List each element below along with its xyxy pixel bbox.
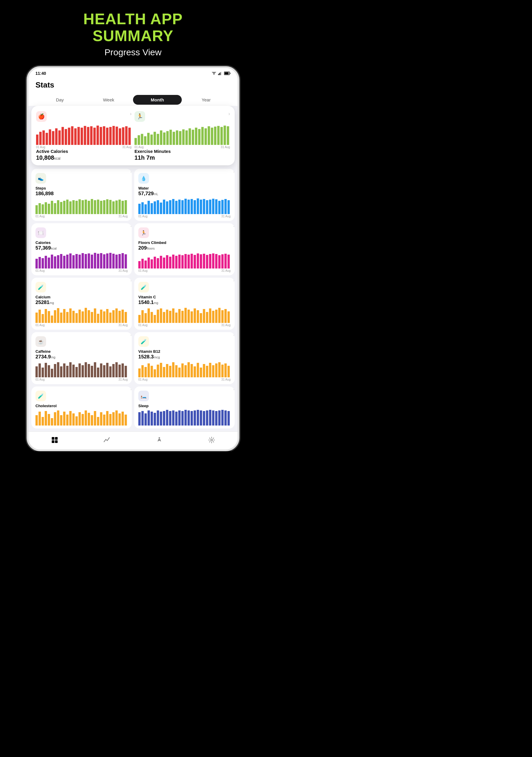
svg-rect-276 xyxy=(119,365,121,377)
svg-rect-30 xyxy=(103,126,105,145)
chevron-right-icon-2: › xyxy=(228,111,230,116)
svg-point-373 xyxy=(159,437,160,439)
svg-rect-54 xyxy=(182,130,185,145)
svg-rect-295 xyxy=(187,362,190,377)
svg-rect-237 xyxy=(193,308,196,323)
phone-content: › 🍎 xyxy=(28,106,238,449)
tab-week[interactable]: Week xyxy=(84,95,133,105)
svg-rect-63 xyxy=(211,128,213,145)
floors-value: 209floors xyxy=(138,245,230,251)
svg-rect-107 xyxy=(163,199,165,214)
svg-rect-247 xyxy=(224,309,227,323)
svg-rect-324 xyxy=(81,414,84,426)
calcium-name: Calcium xyxy=(36,295,128,299)
caffeine-value: 2734.9mg xyxy=(36,354,128,360)
svg-rect-332 xyxy=(106,411,108,426)
calories-card[interactable]: › 🍽️ Calories 57,369kcal xyxy=(31,223,132,275)
svg-rect-136 xyxy=(57,255,59,268)
svg-rect-208 xyxy=(94,308,96,323)
svg-rect-34 xyxy=(116,127,118,145)
nav-trends[interactable] xyxy=(98,435,116,445)
floors-card[interactable]: › 🏃 Floors Climbed 209floors xyxy=(134,223,235,275)
svg-rect-64 xyxy=(214,127,216,145)
svg-rect-372 xyxy=(55,440,58,443)
svg-rect-17 xyxy=(62,127,64,145)
tab-year[interactable]: Year xyxy=(182,95,230,105)
svg-rect-291 xyxy=(175,365,178,377)
svg-rect-303 xyxy=(212,365,215,377)
svg-rect-259 xyxy=(66,366,69,377)
svg-rect-211 xyxy=(103,311,105,323)
svg-rect-160 xyxy=(141,259,144,268)
row-calcium-vitc: › 🧪 Calcium 25281mg xyxy=(31,278,235,330)
svg-rect-108 xyxy=(166,201,168,214)
svg-rect-48 xyxy=(163,133,165,145)
svg-rect-50 xyxy=(169,130,172,145)
water-card[interactable]: › 💧 Water 57,729mL xyxy=(134,169,235,221)
vitaminb12-dates: 01 Aug31 Aug xyxy=(138,378,230,381)
svg-rect-58 xyxy=(195,128,197,145)
svg-rect-127 xyxy=(224,199,227,214)
svg-rect-248 xyxy=(227,311,230,323)
tab-month[interactable]: Month xyxy=(133,95,182,105)
calcium-dates: 01 Aug31 Aug xyxy=(36,323,128,327)
sleep-card[interactable]: › 🛏️ Sleep xyxy=(134,386,235,429)
nav-activity[interactable] xyxy=(150,435,169,445)
active-calories-card[interactable]: › 🍎 xyxy=(36,111,132,161)
vitaminc-dates: 01 Aug31 Aug xyxy=(138,323,230,327)
svg-rect-113 xyxy=(182,200,184,214)
svg-rect-154 xyxy=(112,254,115,268)
vitaminc-icon: 🧪 xyxy=(138,282,149,292)
svg-rect-339 xyxy=(138,412,141,426)
nav-settings[interactable] xyxy=(202,435,221,445)
svg-rect-227 xyxy=(163,312,165,323)
svg-rect-191 xyxy=(42,314,44,323)
svg-rect-228 xyxy=(166,310,168,323)
svg-rect-177 xyxy=(193,255,196,268)
cholesterol-card[interactable]: › 🧪 Cholesterol xyxy=(31,386,132,429)
steps-card[interactable]: › 👟 Steps 186,898 xyxy=(31,169,132,221)
calcium-chart xyxy=(36,307,128,323)
svg-rect-102 xyxy=(147,201,150,214)
svg-rect-138 xyxy=(63,256,66,268)
svg-rect-103 xyxy=(151,203,153,214)
svg-rect-159 xyxy=(138,261,141,268)
svg-rect-90 xyxy=(100,201,102,214)
exercise-minutes-card[interactable]: › 🏃 xyxy=(134,111,230,161)
vitaminc-card[interactable]: › 🧪 Vitamin C 1540.1mg xyxy=(134,278,235,330)
vitaminc-value: 1540.1mg xyxy=(138,300,230,305)
svg-rect-2 xyxy=(218,74,219,75)
svg-rect-173 xyxy=(182,255,184,268)
caffeine-card[interactable]: › ☕ Caffeine 2734.9mg xyxy=(31,332,132,384)
svg-rect-337 xyxy=(122,411,124,426)
svg-rect-139 xyxy=(66,255,69,268)
svg-rect-212 xyxy=(106,309,108,323)
svg-rect-355 xyxy=(187,410,190,426)
svg-rect-316 xyxy=(57,410,59,426)
active-calories-chart xyxy=(36,124,132,145)
svg-rect-153 xyxy=(109,253,112,268)
svg-rect-287 xyxy=(163,367,165,377)
svg-rect-242 xyxy=(209,308,211,323)
svg-rect-235 xyxy=(187,310,190,323)
svg-rect-53 xyxy=(179,131,182,145)
svg-rect-219 xyxy=(138,315,141,323)
svg-rect-245 xyxy=(218,308,221,323)
vitaminb12-card[interactable]: › 🧪 Vitamin B12 1528.3mcg xyxy=(134,332,235,384)
svg-rect-120 xyxy=(203,199,205,214)
calcium-card[interactable]: › 🧪 Calcium 25281mg xyxy=(31,278,132,330)
svg-rect-334 xyxy=(112,412,115,426)
svg-rect-342 xyxy=(147,410,150,426)
svg-rect-206 xyxy=(88,310,90,323)
svg-rect-15 xyxy=(55,128,58,145)
svg-rect-92 xyxy=(106,199,108,214)
svg-rect-110 xyxy=(172,199,174,214)
svg-rect-32 xyxy=(109,127,112,145)
tab-day[interactable]: Day xyxy=(36,95,84,105)
steps-name: Steps xyxy=(36,186,128,191)
svg-rect-13 xyxy=(49,130,51,145)
svg-rect-21 xyxy=(74,128,76,145)
nav-grid[interactable] xyxy=(45,435,64,445)
active-calories-name: Active Calories xyxy=(36,149,132,154)
svg-rect-172 xyxy=(178,255,181,268)
